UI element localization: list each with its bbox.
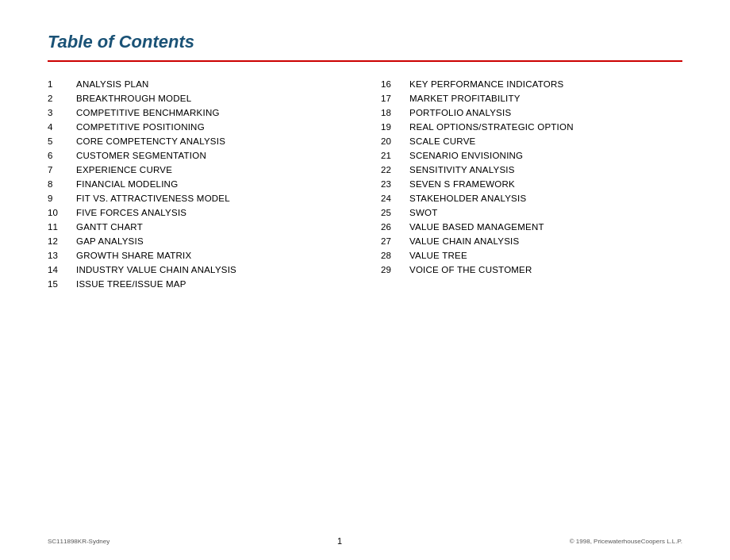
list-item: 13GROWTH SHARE MATRIX (48, 251, 349, 260)
toc-label: SEVEN S FRAMEWORK (409, 179, 515, 189)
list-item: 8FINANCIAL MODELING (48, 179, 349, 189)
toc-label: ANALYSIS PLAN (76, 79, 149, 89)
toc-number: 17 (381, 94, 409, 103)
toc-number: 2 (48, 94, 76, 103)
list-item: 26VALUE BASED MANAGEMENT (381, 222, 682, 232)
toc-label: KEY PERFORMANCE INDICATORS (409, 79, 563, 89)
toc-label: CORE COMPETENCTY ANALYSIS (76, 136, 225, 146)
list-item: 20SCALE CURVE (381, 136, 682, 146)
list-item: 19REAL OPTIONS/STRATEGIC OPTION (381, 122, 682, 132)
toc-number: 9 (48, 194, 76, 203)
list-item: 6CUSTOMER SEGMENTATION (48, 151, 349, 160)
toc-number: 10 (48, 208, 76, 217)
footer-right: © 1998, PricewaterhouseCoopers L.L.P. (570, 538, 682, 545)
footer-left: SC111898KR-Sydney (48, 538, 110, 545)
list-item: 1ANALYSIS PLAN (48, 79, 349, 89)
list-item: 23SEVEN S FRAMEWORK (381, 179, 682, 189)
toc-number: 16 (381, 79, 409, 89)
list-item: 2BREAKTHROUGH MODEL (48, 94, 349, 103)
toc-label: FIVE FORCES ANALYSIS (76, 208, 186, 217)
toc-number: 29 (381, 265, 409, 274)
toc-label: SENSITIVITY ANALYSIS (409, 165, 515, 175)
toc-label: BREAKTHROUGH MODEL (76, 94, 191, 103)
toc-label: REAL OPTIONS/STRATEGIC OPTION (409, 122, 574, 132)
list-item: 16KEY PERFORMANCE INDICATORS (381, 79, 682, 89)
list-item: 3COMPETITIVE BENCHMARKING (48, 108, 349, 117)
toc-number: 8 (48, 179, 76, 189)
list-item: 12GAP ANALYSIS (48, 236, 349, 246)
toc-number: 27 (381, 236, 409, 246)
list-item: 29VOICE OF THE CUSTOMER (381, 265, 682, 274)
divider (48, 60, 682, 62)
toc-label: VALUE CHAIN ANALYSIS (409, 236, 519, 246)
list-item: 24STAKEHOLDER ANALYSIS (381, 194, 682, 203)
page: Table of Contents 1ANALYSIS PLAN2BREAKTH… (0, 0, 730, 560)
toc-table: 1ANALYSIS PLAN2BREAKTHROUGH MODEL3COMPET… (48, 79, 682, 293)
list-item: 28VALUE TREE (381, 251, 682, 260)
list-item: 27VALUE CHAIN ANALYSIS (381, 236, 682, 246)
toc-number: 1 (48, 79, 76, 89)
toc-label: INDUSTRY VALUE CHAIN ANALYSIS (76, 265, 236, 274)
list-item: 4COMPETITIVE POSITIONING (48, 122, 349, 132)
toc-number: 15 (48, 279, 76, 289)
toc-label: ISSUE TREE/ISSUE MAP (76, 279, 186, 289)
list-item: 17MARKET PROFITABILITY (381, 94, 682, 103)
toc-number: 13 (48, 251, 76, 260)
toc-label: VALUE BASED MANAGEMENT (409, 222, 544, 232)
toc-number: 24 (381, 194, 409, 203)
list-item: 7EXPERIENCE CURVE (48, 165, 349, 175)
toc-number: 6 (48, 151, 76, 160)
toc-label: MARKET PROFITABILITY (409, 94, 521, 103)
list-item: 25SWOT (381, 208, 682, 217)
toc-number: 12 (48, 236, 76, 246)
footer: SC111898KR-Sydney 1 © 1998, Pricewaterho… (0, 536, 730, 546)
toc-number: 7 (48, 165, 76, 175)
toc-label: SCENARIO ENVISIONING (409, 151, 523, 160)
toc-label: SWOT (409, 208, 437, 217)
toc-number: 3 (48, 108, 76, 117)
list-item: 9FIT VS. ATTRACTIVENESS MODEL (48, 194, 349, 203)
toc-number: 23 (381, 179, 409, 189)
toc-left-column: 1ANALYSIS PLAN2BREAKTHROUGH MODEL3COMPET… (48, 79, 349, 293)
toc-number: 22 (381, 165, 409, 175)
toc-label: PORTFOLIO ANALYSIS (409, 108, 511, 117)
toc-label: FIT VS. ATTRACTIVENESS MODEL (76, 194, 230, 203)
list-item: 14INDUSTRY VALUE CHAIN ANALYSIS (48, 265, 349, 274)
toc-label: VOICE OF THE CUSTOMER (409, 265, 532, 274)
toc-number: 21 (381, 151, 409, 160)
list-item: 21SCENARIO ENVISIONING (381, 151, 682, 160)
toc-number: 5 (48, 136, 76, 146)
toc-number: 28 (381, 251, 409, 260)
list-item: 22SENSITIVITY ANALYSIS (381, 165, 682, 175)
toc-number: 4 (48, 122, 76, 132)
list-item: 10FIVE FORCES ANALYSIS (48, 208, 349, 217)
toc-number: 26 (381, 222, 409, 232)
toc-label: COMPETITIVE POSITIONING (76, 122, 205, 132)
toc-label: CUSTOMER SEGMENTATION (76, 151, 206, 160)
toc-label: EXPERIENCE CURVE (76, 165, 172, 175)
toc-label: STAKEHOLDER ANALYSIS (409, 194, 526, 203)
list-item: 15ISSUE TREE/ISSUE MAP (48, 279, 349, 289)
page-title: Table of Contents (48, 32, 682, 52)
toc-number: 19 (381, 122, 409, 132)
footer-page-number: 1 (337, 536, 342, 546)
toc-label: GROWTH SHARE MATRIX (76, 251, 191, 260)
toc-label: GANTT CHART (76, 222, 143, 232)
toc-number: 18 (381, 108, 409, 117)
toc-label: SCALE CURVE (409, 136, 476, 146)
toc-label: COMPETITIVE BENCHMARKING (76, 108, 220, 117)
toc-number: 11 (48, 222, 76, 232)
list-item: 5CORE COMPETENCTY ANALYSIS (48, 136, 349, 146)
toc-number: 14 (48, 265, 76, 274)
toc-label: VALUE TREE (409, 251, 467, 260)
toc-label: GAP ANALYSIS (76, 236, 144, 246)
toc-label: FINANCIAL MODELING (76, 179, 178, 189)
toc-number: 20 (381, 136, 409, 146)
toc-right-column: 16KEY PERFORMANCE INDICATORS17MARKET PRO… (381, 79, 682, 293)
list-item: 11GANTT CHART (48, 222, 349, 232)
list-item: 18PORTFOLIO ANALYSIS (381, 108, 682, 117)
toc-number: 25 (381, 208, 409, 217)
